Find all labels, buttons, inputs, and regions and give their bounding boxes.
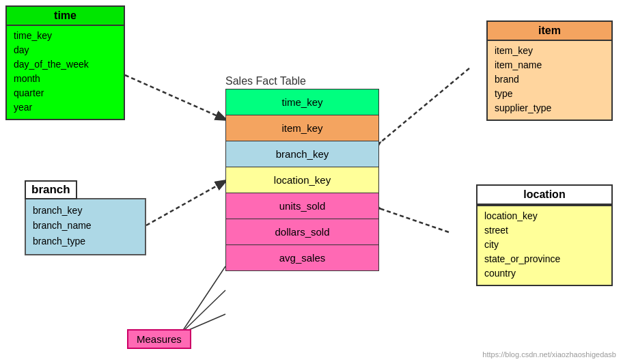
item-table-body: item_key item_name brand type supplier_t… — [488, 40, 611, 120]
fact-row-units-sold: units_sold — [225, 193, 379, 219]
branch-table-body: branch_key branch_name branch_type — [25, 198, 146, 255]
time-table-header: time — [7, 7, 124, 25]
location-table-body: location_key street city state_or_provin… — [477, 205, 611, 285]
svg-line-3 — [379, 208, 449, 232]
time-field-0: time_key — [14, 29, 117, 43]
item-table-header: item — [488, 22, 611, 40]
branch-field-0: branch_key — [33, 203, 138, 218]
time-table: time time_key day day_of_the_week month … — [5, 5, 125, 120]
svg-line-0 — [125, 75, 225, 120]
branch-field-2: branch_type — [33, 234, 138, 249]
measures-box: Measures — [127, 329, 191, 349]
location-table-header: location — [477, 186, 611, 205]
fact-table: time_key item_key branch_key location_ke… — [225, 89, 379, 270]
item-field-4: supplier_type — [495, 101, 605, 115]
location-table: location location_key street city state_… — [476, 184, 613, 286]
location-field-1: street — [484, 223, 605, 238]
time-field-2: day_of_the_week — [14, 57, 117, 72]
item-table: item item_key item_name brand type suppl… — [486, 20, 613, 121]
branch-table-header: branch — [25, 180, 77, 199]
branch-table: branch branch_key branch_name branch_typ… — [25, 180, 146, 255]
location-field-4: country — [484, 266, 605, 281]
fact-row-time-key: time_key — [225, 89, 379, 115]
svg-line-5 — [181, 290, 225, 333]
location-field-3: state_or_province — [484, 252, 605, 266]
fact-row-avg-sales: avg_sales — [225, 244, 379, 271]
time-field-3: month — [14, 72, 117, 86]
branch-field-1: branch_name — [33, 218, 138, 233]
fact-table-label: Sales Fact Table — [225, 75, 306, 87]
item-field-2: brand — [495, 72, 605, 87]
watermark: https://blog.csdn.net/xiaozhaoshigedasb — [482, 350, 616, 359]
time-field-1: day — [14, 43, 117, 57]
fact-row-item-key: item_key — [225, 115, 379, 141]
location-field-0: location_key — [484, 209, 605, 223]
fact-row-location-key: location_key — [225, 167, 379, 193]
fact-row-dollars-sold: dollars_sold — [225, 219, 379, 245]
time-table-body: time_key day day_of_the_week month quart… — [7, 25, 124, 119]
item-field-3: type — [495, 87, 605, 101]
svg-line-2 — [146, 181, 225, 225]
fact-row-branch-key: branch_key — [225, 141, 379, 167]
location-field-2: city — [484, 238, 605, 252]
diagram: time time_key day day_of_the_week month … — [0, 0, 623, 364]
item-field-1: item_name — [495, 58, 605, 72]
time-field-4: quarter — [14, 86, 117, 100]
svg-line-4 — [181, 266, 225, 333]
item-field-0: item_key — [495, 44, 605, 58]
svg-line-1 — [379, 68, 469, 143]
time-field-5: year — [14, 100, 117, 115]
